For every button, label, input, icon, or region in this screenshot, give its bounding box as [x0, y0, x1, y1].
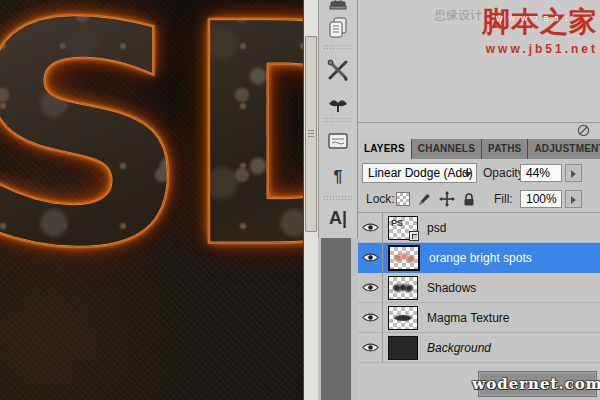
empty-panel-area: 思缘设计脚本之家W W W J B 5 1 www.jb51.net — [358, 0, 600, 123]
dock-background — [318, 238, 358, 400]
canvas-text: SD SD — [0, 0, 303, 289]
lock-pixels-brush-icon[interactable] — [417, 192, 432, 207]
smart-object-badge — [409, 231, 419, 241]
tab-layers[interactable]: LAYERS — [358, 139, 412, 159]
layer-name[interactable]: Background — [427, 341, 491, 355]
lock-label: Lock: — [366, 189, 395, 209]
layer-thumbnail[interactable] — [388, 306, 418, 330]
eye-icon — [362, 342, 379, 353]
eye-icon — [362, 222, 379, 233]
fill-input[interactable]: 100% — [520, 190, 562, 208]
layer-thumbnail[interactable] — [388, 336, 418, 360]
layer-thumbnail[interactable] — [388, 245, 420, 271]
tab-adjustment[interactable]: ADJUSTMENT — [528, 139, 600, 159]
panel-dock: ¶ A| — [318, 0, 358, 238]
dock-separator — [323, 44, 354, 51]
layer-name[interactable]: Magma Texture — [427, 311, 509, 325]
eye-icon — [362, 282, 379, 293]
tab-channels[interactable]: CHANNELS — [412, 139, 482, 159]
visibility-toggle[interactable] — [358, 333, 383, 363]
canvas-vertical-scrollbar[interactable] — [303, 0, 318, 400]
clone-source-icon[interactable] — [323, 0, 353, 15]
scrollbar-thumb[interactable] — [305, 36, 317, 232]
visibility-toggle[interactable] — [358, 303, 383, 333]
layer-name[interactable]: Shadows — [427, 281, 476, 295]
watermark-url: www.jb51.net — [434, 42, 598, 56]
lock-all-padlock-icon[interactable] — [462, 192, 476, 207]
blend-mode-row: Linear Dodge (Add) Opacity: 44% — [358, 161, 600, 186]
circle-slash-icon — [577, 124, 590, 137]
layer-row[interactable]: orange bright spots — [358, 243, 600, 273]
panel-tabs: LAYERSCHANNELSPATHSADJUSTMENTMA — [358, 139, 600, 159]
tool-presets-icon[interactable] — [323, 58, 353, 82]
watermark-wodernet: wodernet.com — [478, 371, 597, 397]
layer-list: PS psd orange bright spots — [358, 212, 600, 363]
visibility-toggle[interactable] — [358, 213, 383, 243]
watermark-prefix: 思缘设计 — [434, 8, 482, 22]
document-canvas[interactable]: SD SD — [0, 0, 303, 400]
layer-thumbnail[interactable] — [388, 276, 418, 300]
layer-name[interactable]: psd — [427, 221, 446, 235]
lock-position-move-icon[interactable] — [439, 191, 455, 207]
character-panel-icon[interactable]: A| — [323, 206, 353, 230]
panel-status-strip — [358, 124, 600, 139]
paragraph-panel-icon[interactable]: ¶ — [323, 165, 353, 189]
watermark-jb51: 思缘设计脚本之家W W W J B 5 1 www.jb51.net — [434, 3, 598, 56]
layer-row[interactable]: Background — [358, 333, 600, 363]
eye-icon — [362, 312, 379, 323]
fill-slider-button[interactable] — [565, 190, 582, 208]
opacity-input[interactable]: 44% — [520, 164, 562, 182]
layer-row[interactable]: PS psd — [358, 213, 600, 243]
layer-comps-icon[interactable] — [323, 16, 353, 40]
layer-thumbnail[interactable]: PS — [388, 216, 418, 240]
watermark-overlay-text: W W W J B 5 1 — [496, 15, 570, 22]
brush-presets-icon[interactable] — [323, 92, 353, 116]
scrollbar-grip — [308, 130, 314, 138]
lock-row: Lock: Fill: 100% — [358, 187, 600, 212]
eye-icon — [362, 252, 379, 263]
lock-transparency-icon[interactable] — [396, 192, 410, 206]
dock-separator — [323, 195, 354, 202]
opacity-slider-button[interactable] — [565, 164, 582, 182]
tab-paths[interactable]: PATHS — [482, 139, 528, 159]
layer-row[interactable]: Shadows — [358, 273, 600, 303]
chevron-down-icon — [464, 172, 472, 177]
visibility-toggle[interactable] — [358, 273, 383, 303]
layer-name[interactable]: orange bright spots — [429, 251, 532, 265]
notes-panel-icon[interactable] — [323, 129, 353, 153]
photoshop-workspace: SD SD ¶ A| — [0, 0, 600, 400]
blend-mode-select[interactable]: Linear Dodge (Add) — [362, 163, 477, 183]
layers-panel-group: 思缘设计脚本之家W W W J B 5 1 www.jb51.net LAYER… — [358, 0, 600, 400]
fill-label: Fill: — [494, 189, 513, 209]
layer-row[interactable]: Magma Texture — [358, 303, 600, 333]
visibility-toggle[interactable] — [358, 243, 383, 273]
dock-separator — [323, 117, 354, 124]
